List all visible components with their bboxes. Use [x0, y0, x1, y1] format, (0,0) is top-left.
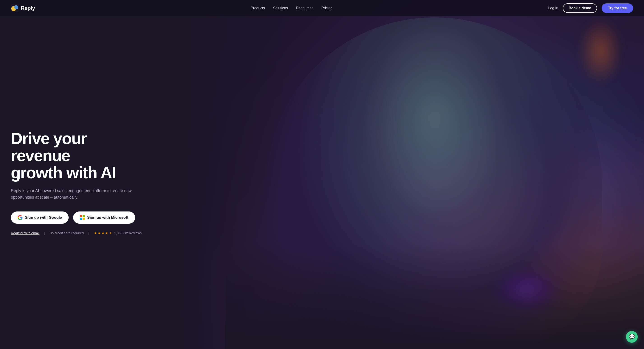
reviews-count: 1,055 G2 Reviews — [114, 231, 142, 235]
star-5-half: ★ — [109, 231, 112, 235]
chat-bubble-button[interactable]: 💬 — [626, 331, 638, 343]
hero-section: Drive your revenue growth with AI Reply … — [0, 0, 644, 349]
hero-headline-line1: Drive your revenue — [11, 129, 87, 165]
book-demo-button[interactable]: Book a demo — [563, 3, 597, 13]
star-1: ★ — [94, 231, 97, 235]
navbar-links: Products Solutions Resources Pricing — [251, 6, 332, 10]
chat-icon: 💬 — [629, 334, 635, 340]
navbar: Reply Products Solutions Resources Prici… — [0, 0, 644, 16]
navbar-logo-group[interactable]: Reply — [11, 4, 35, 12]
nav-resources[interactable]: Resources — [296, 6, 313, 10]
divider-1: | — [44, 231, 45, 235]
star-3: ★ — [101, 231, 104, 235]
signup-microsoft-label: Sign up with Microsoft — [87, 215, 128, 220]
brand-name: Reply — [21, 5, 35, 11]
navbar-actions: Log In Book a demo Try for free — [548, 3, 633, 13]
star-2: ★ — [98, 231, 101, 235]
microsoft-icon — [80, 215, 85, 220]
svg-point-2 — [14, 5, 18, 9]
hero-bottom-row: Register with email | No credit card req… — [11, 231, 147, 235]
register-email-link[interactable]: Register with email — [11, 231, 40, 235]
divider-2: | — [88, 231, 89, 235]
star-4: ★ — [105, 231, 108, 235]
stars-group: ★ ★ ★ ★ ★ — [94, 231, 112, 235]
hero-content: Drive your revenue growth with AI Reply … — [0, 130, 158, 235]
signup-google-label: Sign up with Google — [25, 215, 62, 220]
try-free-button[interactable]: Try for free — [602, 3, 633, 13]
hero-subheadline: Reply is your AI-powered sales engagemen… — [11, 188, 137, 201]
hero-headline-line2: growth with AI — [11, 164, 116, 182]
reply-logo-icon — [11, 4, 19, 12]
hero-headline: Drive your revenue growth with AI — [11, 130, 147, 181]
nav-products[interactable]: Products — [251, 6, 265, 10]
login-link[interactable]: Log In — [548, 6, 558, 10]
signup-microsoft-button[interactable]: Sign up with Microsoft — [73, 212, 135, 224]
no-credit-text: No credit card required — [50, 231, 84, 235]
google-icon — [18, 215, 22, 220]
signup-google-button[interactable]: Sign up with Google — [11, 212, 68, 224]
nav-pricing[interactable]: Pricing — [321, 6, 332, 10]
reviews-row: ★ ★ ★ ★ ★ 1,055 G2 Reviews — [94, 231, 142, 235]
hero-glow-purple — [492, 269, 560, 314]
nav-solutions[interactable]: Solutions — [273, 6, 288, 10]
hero-cta-row: Sign up with Google Sign up with Microso… — [11, 212, 147, 224]
hero-glow-orange — [578, 17, 623, 85]
